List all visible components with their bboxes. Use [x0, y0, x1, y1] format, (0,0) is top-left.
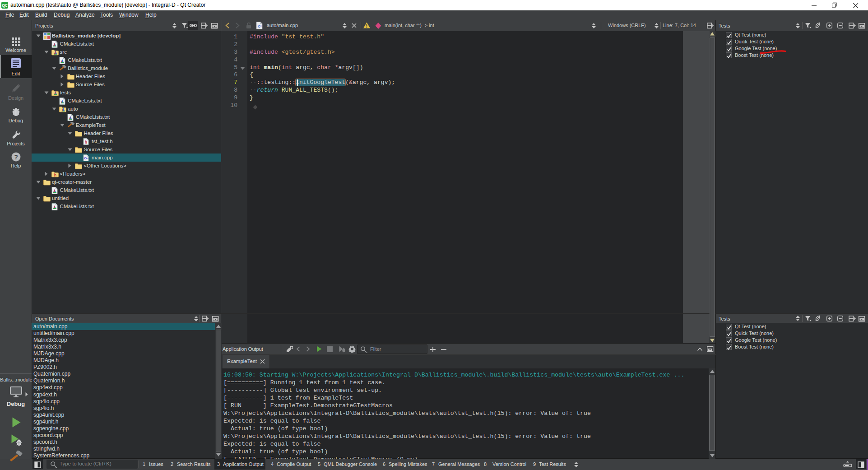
svg-text:++: ++ — [86, 157, 88, 159]
svg-text:h: h — [85, 140, 87, 145]
svg-text:QC: QC — [2, 3, 8, 8]
svg-text:++: ++ — [260, 24, 262, 27]
svg-text:h: h — [54, 173, 56, 177]
svg-text:?: ? — [14, 154, 18, 161]
